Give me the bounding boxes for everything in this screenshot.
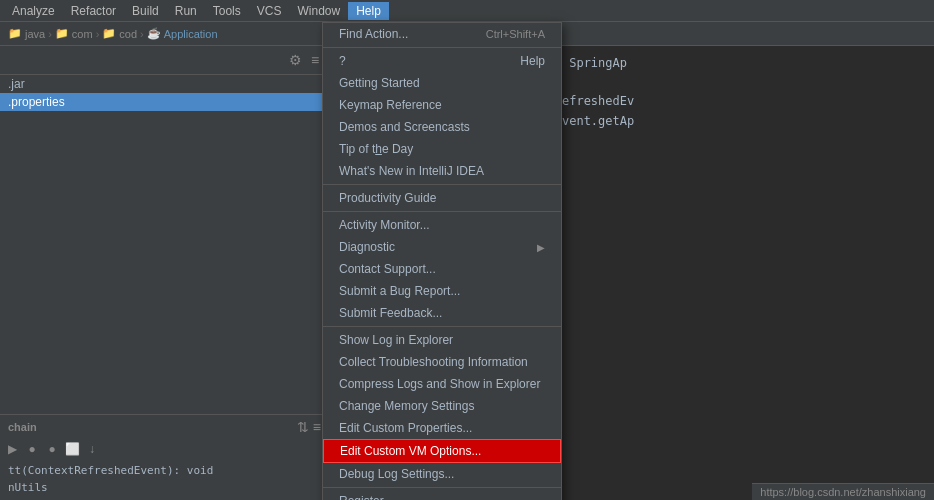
menu-sep1 — [323, 47, 561, 48]
help-edit-custom-vm[interactable]: Edit Custom VM Options... — [323, 439, 561, 463]
help-change-memory[interactable]: Change Memory Settings — [323, 395, 561, 417]
question-icon: ? — [339, 54, 346, 68]
breadcrumb-sep1: › — [48, 28, 52, 40]
submenu-arrow-icon: ▶ — [537, 242, 545, 253]
activity-monitor-label: Activity Monitor... — [339, 218, 430, 232]
register-label: Register... — [339, 494, 393, 500]
help-menu: Find Action... Ctrl+Shift+A ? Help Getti… — [322, 22, 562, 500]
help-compress-logs[interactable]: Compress Logs and Show in Explorer — [323, 373, 561, 395]
menu-sep4 — [323, 326, 561, 327]
help-submit-feedback[interactable]: Submit Feedback... — [323, 302, 561, 324]
sidebar-item-jar[interactable]: .jar — [0, 75, 329, 93]
collect-troubleshooting-label: Collect Troubleshooting Information — [339, 355, 528, 369]
show-log-label: Show Log in Explorer — [339, 333, 453, 347]
menu-sep2 — [323, 184, 561, 185]
submit-feedback-label: Submit Feedback... — [339, 306, 442, 320]
help-show-log[interactable]: Show Log in Explorer — [323, 329, 561, 351]
breadcrumb-java[interactable]: java — [25, 28, 45, 40]
play-icon[interactable]: ▶ — [4, 441, 20, 457]
help-help[interactable]: ? Help — [323, 50, 561, 72]
edit-custom-props-label: Edit Custom Properties... — [339, 421, 472, 435]
submit-bug-label: Submit a Bug Report... — [339, 284, 460, 298]
edit-custom-vm-label: Edit Custom VM Options... — [340, 444, 481, 458]
app-icon: ☕ — [147, 27, 161, 40]
folder-icon: 📁 — [8, 27, 22, 40]
debug-log-label: Debug Log Settings... — [339, 467, 454, 481]
demos-label: Demos and Screencasts — [339, 120, 470, 134]
menu-tools[interactable]: Tools — [205, 2, 249, 20]
menu-analyze[interactable]: Analyze — [4, 2, 63, 20]
menu-refactor[interactable]: Refactor — [63, 2, 124, 20]
help-whats-new[interactable]: What's New in IntelliJ IDEA — [323, 160, 561, 182]
diagnostic-label: Diagnostic — [339, 240, 395, 254]
folder-icon2: 📁 — [55, 27, 69, 40]
help-tip-of-day[interactable]: Tip of the Day — [323, 138, 561, 160]
debug-icon[interactable]: ● — [44, 441, 60, 457]
breadcrumb-com[interactable]: com — [72, 28, 93, 40]
stop-icon[interactable]: ● — [24, 441, 40, 457]
tip-label: Tip of the Day — [339, 142, 413, 156]
find-action-shortcut: Ctrl+Shift+A — [486, 28, 545, 40]
breadcrumb-sep3: › — [140, 28, 144, 40]
menu-bar: Analyze Refactor Build Run Tools VCS Win… — [0, 0, 934, 22]
frame-icon[interactable]: ⬜ — [64, 441, 80, 457]
menu-sep5 — [323, 487, 561, 488]
filter-icon[interactable]: ≡ — [313, 419, 321, 435]
help-keymap[interactable]: Keymap Reference — [323, 94, 561, 116]
status-bar: https://blog.csdn.net/zhanshixiang — [752, 483, 934, 500]
change-memory-label: Change Memory Settings — [339, 399, 474, 413]
menu-vcs[interactable]: VCS — [249, 2, 290, 20]
settings-icon[interactable]: ⚙ — [285, 50, 305, 70]
help-productivity-guide[interactable]: Productivity Guide — [323, 187, 561, 209]
help-label: Help — [520, 54, 545, 68]
menu-help[interactable]: Help — [348, 2, 389, 20]
menu-run[interactable]: Run — [167, 2, 205, 20]
folder-icon3: 📁 — [102, 27, 116, 40]
bottom-icons: ⇅ ≡ — [297, 419, 321, 435]
help-diagnostic[interactable]: Diagnostic ▶ — [323, 236, 561, 258]
productivity-label: Productivity Guide — [339, 191, 436, 205]
breadcrumb-sep2: › — [96, 28, 100, 40]
down-arrow-icon[interactable]: ↓ — [84, 441, 100, 457]
sidebar-item-properties[interactable]: .properties — [0, 93, 329, 111]
help-contact-support[interactable]: Contact Support... — [323, 258, 561, 280]
help-getting-started[interactable]: Getting Started — [323, 72, 561, 94]
breadcrumb-cod[interactable]: cod — [119, 28, 137, 40]
help-register[interactable]: Register... — [323, 490, 561, 500]
whats-new-label: What's New in IntelliJ IDEA — [339, 164, 484, 178]
getting-started-label: Getting Started — [339, 76, 420, 90]
help-demos[interactable]: Demos and Screencasts — [323, 116, 561, 138]
menu-build[interactable]: Build — [124, 2, 167, 20]
code-bottom-line2: nUtils — [8, 480, 321, 497]
sort-icon[interactable]: ⇅ — [297, 419, 309, 435]
panel-toolbar: ▶ ● ● ⬜ ↓ — [0, 439, 329, 459]
help-collect-troubleshooting[interactable]: Collect Troubleshooting Information — [323, 351, 561, 373]
contact-support-label: Contact Support... — [339, 262, 436, 276]
breadcrumb-application[interactable]: Application — [164, 28, 218, 40]
help-activity-monitor[interactable]: Activity Monitor... — [323, 214, 561, 236]
help-find-action[interactable]: Find Action... Ctrl+Shift+A — [323, 23, 561, 45]
code-bottom-line1: tt(ContextRefreshedEvent): void — [8, 463, 321, 480]
help-debug-log[interactable]: Debug Log Settings... — [323, 463, 561, 485]
find-action-label: Find Action... — [339, 27, 408, 41]
help-edit-custom-props[interactable]: Edit Custom Properties... — [323, 417, 561, 439]
sidebar: ⚙ ≡ .jar .properties chain ⇅ ≡ ▶ ● ● ⬜ ↓ — [0, 46, 330, 500]
keymap-label: Keymap Reference — [339, 98, 442, 112]
help-submit-bug[interactable]: Submit a Bug Report... — [323, 280, 561, 302]
menu-window[interactable]: Window — [289, 2, 348, 20]
sidebar-toolbar: ⚙ ≡ — [0, 46, 329, 75]
menu-sep3 — [323, 211, 561, 212]
compress-logs-label: Compress Logs and Show in Explorer — [339, 377, 540, 391]
chain-label: chain — [8, 421, 37, 433]
